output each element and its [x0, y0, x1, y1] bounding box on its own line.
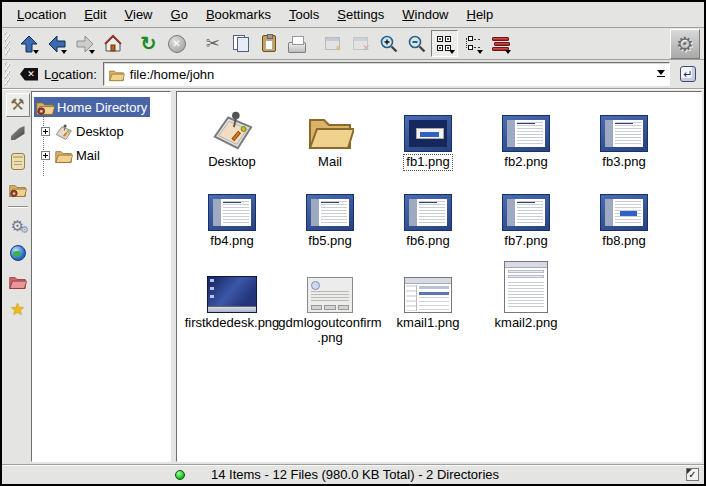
statusbar: 14 Items - 12 Files (980.0 KB Total) - 2… [2, 464, 704, 484]
sidebar-tab-root[interactable] [6, 269, 30, 293]
menu-window[interactable]: Window [393, 4, 457, 26]
image-thumbnail-wizard [306, 194, 354, 231]
image-thumbnail-wizard [502, 194, 550, 231]
back-button[interactable] [43, 30, 70, 57]
toolbar-grip[interactable] [5, 32, 10, 56]
zoom-in-button[interactable] [375, 30, 402, 57]
paste-button[interactable] [255, 30, 282, 57]
file-item-firstkdedesk[interactable]: firstkdedesk.png [183, 257, 281, 345]
window-body: ⚒ ⚙ ★ Home Directory Des [2, 89, 704, 464]
menu-location[interactable]: Location [8, 4, 75, 26]
sidebar-tab-network[interactable] [6, 241, 30, 265]
remove-view-icon: ✕ [353, 37, 368, 50]
tree-view-button[interactable] [459, 30, 486, 57]
home-button[interactable] [99, 30, 126, 57]
sidebar-tab-history[interactable] [6, 149, 30, 173]
cut-icon: ✂ [205, 33, 219, 54]
file-item-fb3[interactable]: fb3.png [575, 100, 673, 170]
zoom-out-button[interactable] [403, 30, 430, 57]
link-view-check-icon[interactable]: ✓ [686, 468, 699, 481]
file-item-fb6[interactable]: fb6.png [379, 179, 477, 249]
reload-button[interactable]: ↻ [135, 30, 162, 57]
sidebar-tab-bookmarks[interactable]: ★ [6, 297, 30, 321]
home-icon [103, 34, 123, 54]
tree-item-label: Desktop [76, 124, 124, 139]
file-label: Mail [316, 155, 344, 170]
new-view-button: ✶ [319, 30, 346, 57]
menu-edit[interactable]: Edit [75, 4, 115, 26]
tree-item-label: Mail [76, 148, 100, 163]
menu-settings[interactable]: Settings [328, 4, 393, 26]
up-button[interactable] [15, 30, 42, 57]
sidebar-tab-home[interactable] [6, 177, 30, 201]
history-scroll-icon [11, 153, 25, 170]
location-value[interactable]: file:/home/john [130, 67, 647, 82]
icon-row-2: fb4.png fb5.png fb6.png fb7.png fb8.png [183, 179, 701, 258]
file-item-fb8[interactable]: fb8.png [575, 179, 673, 249]
sidebar-config-button[interactable]: ⚒ [6, 93, 30, 117]
stop-icon: ✕ [168, 35, 186, 53]
cut-button[interactable]: ✂ [199, 30, 226, 57]
root-folder-icon [8, 273, 27, 290]
menu-help[interactable]: Help [458, 4, 503, 26]
tree-item-desktop[interactable]: Desktop [34, 119, 170, 143]
image-thumbnail-kmail-main [404, 277, 452, 313]
location-label: Location: [44, 67, 97, 82]
menu-bookmarks[interactable]: Bookmarks [197, 4, 280, 26]
expander-plus-icon[interactable] [41, 127, 50, 136]
home-folder-icon [35, 98, 55, 116]
image-thumbnail-wizard [600, 115, 648, 152]
bookmarks-books-icon [492, 37, 510, 51]
tree-item-mail[interactable]: Mail [34, 143, 170, 167]
go-button[interactable]: ↵ [676, 62, 700, 86]
sidebar-tabstrip: ⚒ ⚙ ★ [4, 91, 31, 462]
image-thumbnail-splash [600, 194, 648, 231]
file-label: fb1.png [404, 155, 451, 170]
sidebar-tab-separator [8, 206, 28, 208]
configure-tools-icon: ⚒ [10, 97, 24, 113]
services-gears-icon: ⚙ [11, 218, 24, 233]
file-label: gdmlogoutconfirm .png [276, 316, 383, 345]
file-label: fb7.png [502, 234, 549, 249]
file-item-kmail2[interactable]: kmail2.png [477, 257, 575, 345]
reload-icon: ↻ [141, 34, 157, 53]
file-item-fb4[interactable]: fb4.png [183, 179, 281, 249]
icon-row-1: Desktop Mail fb1.png fb2.png fb3.png [183, 100, 701, 179]
menu-view[interactable]: View [116, 4, 162, 26]
folder-icon [306, 108, 354, 152]
file-item-fb2[interactable]: fb2.png [477, 100, 575, 170]
konqueror-throbber: ⚙ [670, 29, 700, 59]
expander-plus-icon[interactable] [41, 151, 50, 160]
file-item-fb1[interactable]: fb1.png [379, 100, 477, 170]
file-item-mail[interactable]: Mail [281, 100, 379, 170]
clear-location-icon[interactable]: ✕ [20, 68, 38, 81]
image-thumbnail-wizard [208, 194, 256, 231]
file-label: Desktop [206, 155, 258, 170]
folder-tree-panel: Home Directory Desktop Mail [31, 91, 171, 462]
menu-tools[interactable]: Tools [280, 4, 328, 26]
location-input[interactable]: file:/home/john [103, 62, 670, 86]
combo-dropdown-icon[interactable] [652, 63, 669, 85]
sidebar-tab-services[interactable]: ⚙ [6, 213, 30, 237]
file-item-fb5[interactable]: fb5.png [281, 179, 379, 249]
sidebar-tab-bookmark-flag[interactable] [6, 121, 30, 145]
stop-button: ✕ [163, 30, 190, 57]
copy-button[interactable] [227, 30, 254, 57]
icon-view-button[interactable] [431, 30, 458, 57]
file-item-fb7[interactable]: fb7.png [477, 179, 575, 249]
file-label: kmail2.png [493, 316, 560, 331]
file-icon-view[interactable]: Desktop Mail fb1.png fb2.png fb3.png [176, 91, 702, 462]
menu-go[interactable]: Go [162, 4, 197, 26]
file-label: fb2.png [502, 155, 549, 170]
konqueror-gear-logo: ⚙ [676, 34, 694, 54]
file-label: firstkdedesk.png [183, 316, 282, 331]
file-item-gdmlogoutconfirm[interactable]: gdmlogoutconfirm .png [281, 257, 379, 345]
print-button[interactable] [283, 30, 310, 57]
location-toolbar-grip[interactable] [5, 62, 10, 86]
file-item-desktop[interactable]: Desktop [183, 100, 281, 170]
bookmarks-books-button[interactable] [487, 30, 514, 57]
konqueror-window: Location Edit View Go Bookmarks Tools Se… [0, 0, 706, 486]
file-item-kmail1[interactable]: kmail1.png [379, 257, 477, 345]
tree-item-label: Home Directory [57, 100, 147, 115]
tree-item-home[interactable]: Home Directory [34, 95, 170, 119]
